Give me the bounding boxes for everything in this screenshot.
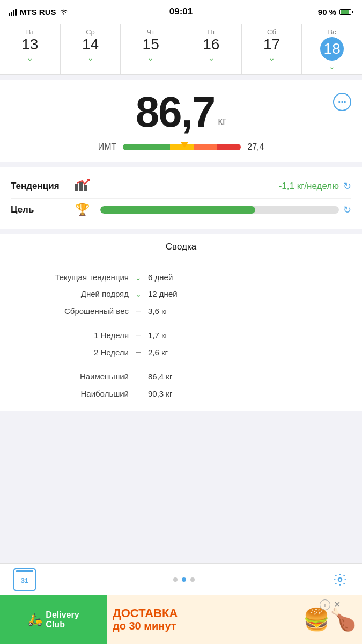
bottom-bar: 31 [0,563,362,595]
summary-value-streak: 12 дней [148,289,178,298]
summary-row-lost: Сброшенный вес – 3,6 кг [11,302,351,319]
summary-dash-week2: – [134,347,143,357]
day-chevron-fri: ⌄ [208,54,215,62]
summary-label-week2: 2 Недели [11,348,129,357]
summary-label-week1: 1 Неделя [11,331,129,340]
ad-info-button[interactable]: i [320,599,330,610]
summary-divider-1 [11,323,351,323]
trend-goal-section: Тенденция -1,1 кг/неделю ↻ Цель 🏆 ↻ [0,167,362,229]
settings-button[interactable] [331,570,349,589]
svg-point-2 [342,101,343,103]
summary-row-max: Наибольший – 90,3 кг [11,385,351,402]
trend-refresh-button[interactable]: ↻ [343,180,351,192]
summary-value-lost: 3,6 кг [148,306,168,316]
day-item-sun[interactable]: Вс 18 ⌄ [302,24,362,74]
dot-3 [190,577,195,582]
status-right: 90 % [318,8,353,17]
summary-value-max: 90,3 кг [148,389,172,398]
bmi-bar [123,144,241,150]
summary-label-lost: Сброшенный вес [11,306,129,316]
trophy-icon: 🏆 [75,203,90,217]
day-name-sat: Сб [267,28,276,36]
summary-row-trend: Текущая тенденция ⌄ 6 дней [11,269,351,286]
day-name-wed: Ср [86,28,95,36]
battery-icon [339,9,353,15]
calendar-num: 31 [21,576,28,584]
day-num-tue: 13 [21,37,38,52]
day-item-fri[interactable]: Пт 16 ⌄ [181,24,242,74]
day-item-tue[interactable]: Вт 13 ⌄ [0,24,61,74]
more-button[interactable] [333,93,351,111]
day-num-wed: 14 [82,37,99,52]
weight-display: 86,7 кг [11,91,351,134]
day-name-sun: Вс [328,28,336,36]
day-name-thu: Чт [147,28,155,36]
weight-section: 86,7 кг ИМТ 27,4 [0,80,362,162]
ad-text: ДОСТАВКА до 30 минут [113,607,303,632]
status-left: MTS RUS [9,8,68,17]
ad-delivery-brand[interactable]: 🛵 Delivery Club [0,595,107,644]
weight-value: 86,7 [136,91,215,134]
summary-title: Сводка [0,234,362,260]
svg-rect-6 [84,185,87,191]
wifi-icon [60,9,68,15]
status-time: 09:01 [169,6,193,17]
svg-rect-4 [75,184,78,191]
dot-1 [173,577,178,582]
trend-chart-icon [75,179,90,194]
ad-headline: ДОСТАВКА [113,607,303,620]
goal-refresh-button[interactable]: ↻ [343,204,351,216]
summary-value-trend: 6 дней [148,273,173,282]
day-num-fri: 16 [203,37,219,52]
weight-unit: кг [218,115,226,127]
goal-row: Цель 🏆 ↻ [11,199,351,221]
battery-percent: 90 % [318,8,336,17]
day-name-fri: Пт [207,28,215,36]
svg-point-0 [63,13,64,14]
signal-icon [9,8,17,16]
summary-label-trend: Текущая тенденция [11,273,129,282]
day-item-sat[interactable]: Сб 17 ⌄ [242,24,302,74]
page-dots [173,577,195,582]
summary-icon-streak: ⌄ [134,290,143,298]
day-item-thu[interactable]: Чт 15 ⌄ [121,24,181,74]
ad-brand-name: Delivery [46,610,79,620]
summary-section: Сводка Текущая тенденция ⌄ 6 дней Дней п… [0,234,362,411]
svg-rect-5 [79,182,83,191]
summary-icon-trend: ⌄ [134,273,143,282]
day-chevron-thu: ⌄ [147,54,154,62]
bmi-label: ИМТ [98,142,117,152]
delivery-logo: 🛵 Delivery Club [28,610,79,629]
day-selector: Вт 13 ⌄ Ср 14 ⌄ Чт 15 ⌄ Пт 16 ⌄ Сб 17 ⌄ … [0,24,362,75]
calendar-button[interactable]: 31 [13,568,36,591]
svg-point-3 [344,101,346,103]
summary-row-week2: 2 Недели – 2,6 кг [11,343,351,361]
ad-brand-name-2: Club [46,620,79,630]
day-chevron-sat: ⌄ [269,54,275,62]
trend-row: Тенденция -1,1 кг/неделю ↻ [11,174,351,199]
bmi-marker [181,142,188,148]
day-num-thu: 15 [143,37,159,52]
day-chevron-tue: ⌄ [27,54,33,62]
summary-divider-2 [11,364,351,364]
ad-close-button[interactable]: ✕ [334,599,341,610]
summary-row-min: Наименьший – 86,4 кг [11,368,351,385]
bmi-row: ИМТ 27,4 [11,142,351,152]
summary-row-week1: 1 Неделя – 1,7 кг [11,326,351,343]
day-num-sat: 17 [263,37,280,52]
trend-label: Тенденция [11,181,75,192]
day-item-wed[interactable]: Ср 14 ⌄ [61,24,121,74]
summary-dash-lost: – [134,306,143,316]
day-num-sun: 18 [324,41,341,56]
day-name-tue: Вт [26,28,34,36]
trend-value: -1,1 кг/неделю [97,181,339,192]
goal-label: Цель [11,204,75,215]
summary-dash-week1: – [134,330,143,340]
ad-banner[interactable]: 🛵 Delivery Club ДОСТАВКА до 30 минут 🍔🍗 … [0,595,362,644]
delivery-icon: 🛵 [28,613,42,627]
summary-row-streak: Дней подряд ⌄ 12 дней [11,286,351,302]
dot-2 [182,577,186,582]
day-chevron-sun: ⌄ [329,62,335,71]
summary-value-week1: 1,7 кг [148,331,168,340]
summary-label-max: Наибольший [11,389,129,398]
